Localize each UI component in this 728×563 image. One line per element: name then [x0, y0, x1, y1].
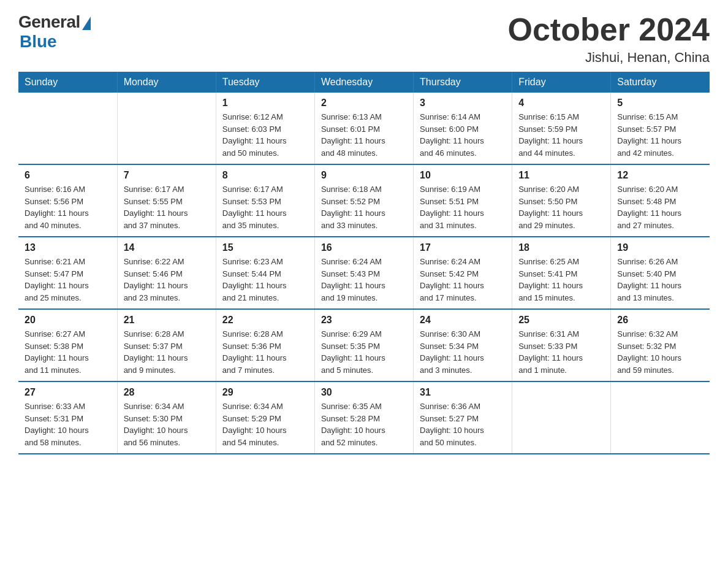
- calendar-cell: 4Sunrise: 6:15 AMSunset: 5:59 PMDaylight…: [512, 93, 611, 164]
- day-number: 26: [617, 315, 703, 326]
- day-info: Sunrise: 6:20 AMSunset: 5:48 PMDaylight:…: [617, 183, 703, 231]
- calendar-week-row: 20Sunrise: 6:27 AMSunset: 5:38 PMDayligh…: [18, 309, 710, 381]
- day-info: Sunrise: 6:21 AMSunset: 5:47 PMDaylight:…: [25, 256, 111, 304]
- calendar-cell: 30Sunrise: 6:35 AMSunset: 5:28 PMDayligh…: [314, 381, 413, 454]
- calendar-cell: 16Sunrise: 6:24 AMSunset: 5:43 PMDayligh…: [314, 237, 413, 309]
- day-number: 14: [124, 242, 210, 253]
- calendar-cell: 25Sunrise: 6:31 AMSunset: 5:33 PMDayligh…: [512, 309, 611, 381]
- calendar-week-row: 27Sunrise: 6:33 AMSunset: 5:31 PMDayligh…: [18, 381, 710, 454]
- day-info: Sunrise: 6:14 AMSunset: 6:00 PMDaylight:…: [420, 111, 506, 159]
- day-info: Sunrise: 6:19 AMSunset: 5:51 PMDaylight:…: [420, 183, 506, 231]
- header-saturday: Saturday: [611, 72, 710, 93]
- day-info: Sunrise: 6:18 AMSunset: 5:52 PMDaylight:…: [321, 183, 407, 231]
- calendar-cell: 5Sunrise: 6:15 AMSunset: 5:57 PMDaylight…: [611, 93, 710, 164]
- day-number: 28: [124, 387, 210, 398]
- calendar-week-row: 13Sunrise: 6:21 AMSunset: 5:47 PMDayligh…: [18, 237, 710, 309]
- header-monday: Monday: [117, 72, 216, 93]
- day-number: 27: [25, 387, 111, 398]
- calendar-week-row: 1Sunrise: 6:12 AMSunset: 6:03 PMDaylight…: [18, 93, 710, 164]
- day-info: Sunrise: 6:24 AMSunset: 5:43 PMDaylight:…: [321, 256, 407, 304]
- day-number: 31: [420, 387, 506, 398]
- calendar-table: SundayMondayTuesdayWednesdayThursdayFrid…: [18, 72, 710, 454]
- day-info: Sunrise: 6:26 AMSunset: 5:40 PMDaylight:…: [617, 256, 703, 304]
- calendar-cell: 1Sunrise: 6:12 AMSunset: 6:03 PMDaylight…: [216, 93, 314, 164]
- day-info: Sunrise: 6:35 AMSunset: 5:28 PMDaylight:…: [321, 400, 407, 448]
- day-number: 29: [222, 387, 308, 398]
- header-tuesday: Tuesday: [216, 72, 314, 93]
- day-number: 6: [25, 170, 111, 181]
- day-info: Sunrise: 6:22 AMSunset: 5:46 PMDaylight:…: [124, 256, 210, 304]
- page-subtitle: Jishui, Henan, China: [508, 50, 710, 66]
- calendar-cell: 28Sunrise: 6:34 AMSunset: 5:30 PMDayligh…: [117, 381, 216, 454]
- day-info: Sunrise: 6:16 AMSunset: 5:56 PMDaylight:…: [25, 183, 111, 231]
- calendar-cell: 29Sunrise: 6:34 AMSunset: 5:29 PMDayligh…: [216, 381, 314, 454]
- day-info: Sunrise: 6:24 AMSunset: 5:42 PMDaylight:…: [420, 256, 506, 304]
- page-header: General Blue October 2024 Jishui, Henan,…: [18, 12, 710, 66]
- logo-general-text: General: [18, 12, 80, 32]
- day-number: 1: [222, 98, 308, 109]
- day-info: Sunrise: 6:29 AMSunset: 5:35 PMDaylight:…: [321, 328, 407, 376]
- day-number: 15: [222, 242, 308, 253]
- day-number: 23: [321, 315, 407, 326]
- calendar-cell: 31Sunrise: 6:36 AMSunset: 5:27 PMDayligh…: [414, 381, 512, 454]
- day-info: Sunrise: 6:33 AMSunset: 5:31 PMDaylight:…: [25, 400, 111, 448]
- calendar-header-row: SundayMondayTuesdayWednesdayThursdayFrid…: [18, 72, 710, 93]
- day-number: 17: [420, 242, 506, 253]
- day-info: Sunrise: 6:30 AMSunset: 5:34 PMDaylight:…: [420, 328, 506, 376]
- day-info: Sunrise: 6:34 AMSunset: 5:30 PMDaylight:…: [124, 400, 210, 448]
- day-number: 20: [25, 315, 111, 326]
- calendar-cell: 7Sunrise: 6:17 AMSunset: 5:55 PMDaylight…: [117, 164, 216, 237]
- day-info: Sunrise: 6:27 AMSunset: 5:38 PMDaylight:…: [25, 328, 111, 376]
- day-info: Sunrise: 6:17 AMSunset: 5:53 PMDaylight:…: [222, 183, 308, 231]
- calendar-cell: 2Sunrise: 6:13 AMSunset: 6:01 PMDaylight…: [314, 93, 413, 164]
- calendar-cell: 10Sunrise: 6:19 AMSunset: 5:51 PMDayligh…: [414, 164, 512, 237]
- logo: General Blue: [18, 12, 91, 52]
- day-number: 2: [321, 98, 407, 109]
- calendar-cell: 8Sunrise: 6:17 AMSunset: 5:53 PMDaylight…: [216, 164, 314, 237]
- day-number: 18: [518, 242, 604, 253]
- calendar-week-row: 6Sunrise: 6:16 AMSunset: 5:56 PMDaylight…: [18, 164, 710, 237]
- day-info: Sunrise: 6:12 AMSunset: 6:03 PMDaylight:…: [222, 111, 308, 159]
- calendar-cell: [611, 381, 710, 454]
- day-number: 24: [420, 315, 506, 326]
- day-number: 4: [518, 98, 604, 109]
- day-number: 7: [124, 170, 210, 181]
- day-number: 16: [321, 242, 407, 253]
- day-info: Sunrise: 6:17 AMSunset: 5:55 PMDaylight:…: [124, 183, 210, 231]
- calendar-cell: [117, 93, 216, 164]
- logo-triangle-icon: [82, 17, 91, 30]
- day-info: Sunrise: 6:32 AMSunset: 5:32 PMDaylight:…: [617, 328, 703, 376]
- day-info: Sunrise: 6:15 AMSunset: 5:59 PMDaylight:…: [518, 111, 604, 159]
- calendar-cell: 12Sunrise: 6:20 AMSunset: 5:48 PMDayligh…: [611, 164, 710, 237]
- day-number: 25: [518, 315, 604, 326]
- day-number: 3: [420, 98, 506, 109]
- calendar-cell: 6Sunrise: 6:16 AMSunset: 5:56 PMDaylight…: [18, 164, 117, 237]
- day-number: 9: [321, 170, 407, 181]
- day-number: 19: [617, 242, 703, 253]
- day-info: Sunrise: 6:25 AMSunset: 5:41 PMDaylight:…: [518, 256, 604, 304]
- day-number: 10: [420, 170, 506, 181]
- calendar-cell: 14Sunrise: 6:22 AMSunset: 5:46 PMDayligh…: [117, 237, 216, 309]
- day-info: Sunrise: 6:20 AMSunset: 5:50 PMDaylight:…: [518, 183, 604, 231]
- title-block: October 2024 Jishui, Henan, China: [508, 12, 710, 66]
- day-number: 13: [25, 242, 111, 253]
- day-info: Sunrise: 6:36 AMSunset: 5:27 PMDaylight:…: [420, 400, 506, 448]
- calendar-cell: 9Sunrise: 6:18 AMSunset: 5:52 PMDaylight…: [314, 164, 413, 237]
- day-number: 21: [124, 315, 210, 326]
- calendar-cell: 22Sunrise: 6:28 AMSunset: 5:36 PMDayligh…: [216, 309, 314, 381]
- logo-blue-text: Blue: [20, 32, 57, 52]
- header-sunday: Sunday: [18, 72, 117, 93]
- day-info: Sunrise: 6:31 AMSunset: 5:33 PMDaylight:…: [518, 328, 604, 376]
- day-info: Sunrise: 6:28 AMSunset: 5:37 PMDaylight:…: [124, 328, 210, 376]
- calendar-cell: [18, 93, 117, 164]
- day-number: 5: [617, 98, 703, 109]
- calendar-cell: 17Sunrise: 6:24 AMSunset: 5:42 PMDayligh…: [414, 237, 512, 309]
- calendar-cell: 20Sunrise: 6:27 AMSunset: 5:38 PMDayligh…: [18, 309, 117, 381]
- day-number: 11: [518, 170, 604, 181]
- calendar-cell: 21Sunrise: 6:28 AMSunset: 5:37 PMDayligh…: [117, 309, 216, 381]
- day-number: 22: [222, 315, 308, 326]
- day-number: 12: [617, 170, 703, 181]
- day-info: Sunrise: 6:13 AMSunset: 6:01 PMDaylight:…: [321, 111, 407, 159]
- day-info: Sunrise: 6:28 AMSunset: 5:36 PMDaylight:…: [222, 328, 308, 376]
- header-wednesday: Wednesday: [314, 72, 413, 93]
